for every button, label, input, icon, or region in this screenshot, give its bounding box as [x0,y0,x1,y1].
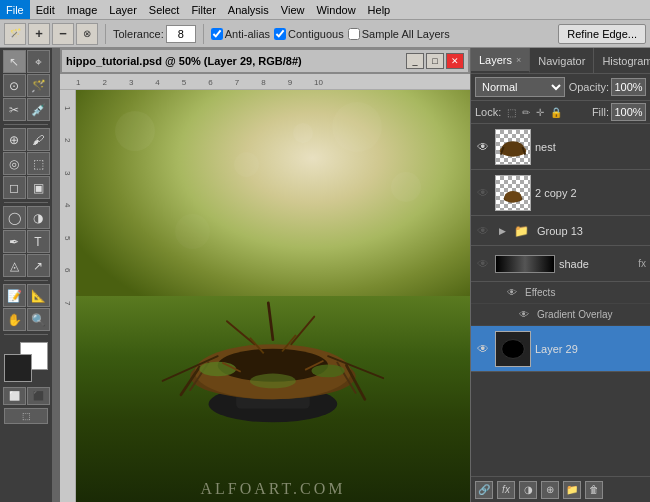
tool-notes[interactable]: 📝 [3,284,26,307]
tool-zoom[interactable]: 🔍 [27,308,50,331]
menu-window[interactable]: Window [310,0,361,19]
tool-move[interactable]: ↖ [3,50,26,73]
menu-layer[interactable]: Layer [103,0,143,19]
tool-crop[interactable]: ✂ [3,98,26,121]
group-arrow-icon[interactable]: ▶ [499,226,506,236]
menu-bar: FileEditImageLayerSelectFilterAnalysisVi… [0,0,650,20]
layer-name-shade: shade [559,258,634,270]
window-minimize[interactable]: _ [406,53,424,69]
watermark: AlfoArt.com [76,480,470,498]
contiguous-checkbox[interactable] [274,28,286,40]
tolerance-label: Tolerance: [113,28,164,40]
anti-alias-label: Anti-alias [225,28,270,40]
layer-fx-icon[interactable]: fx [638,258,646,269]
layer-item-2copy2[interactable]: 👁 2 copy 2 [471,170,650,216]
delete-layer-btn[interactable]: 🗑 [585,481,603,499]
layer-eye-group13[interactable]: 👁 [475,223,491,239]
layer-eye-shade[interactable]: 👁 [475,256,491,272]
layer-sub-gradient[interactable]: 👁 Gradient Overlay [471,304,650,326]
window-title: hippo_tutorial.psd @ 50% (Layer 29, RGB/… [66,55,302,67]
toolbar: 🪄 + − ⊗ Tolerance: Anti-alias Contiguous… [0,20,650,48]
panel-bottom: 🔗 fx ◑ ⊕ 📁 🗑 [471,476,650,502]
layer-eye-29[interactable]: 👁 [475,341,491,357]
window-close[interactable]: ✕ [446,53,464,69]
tool-measure[interactable]: 📐 [27,284,50,307]
tolerance-input[interactable] [166,25,196,43]
toolbar-intersect-btn[interactable]: ⊗ [76,23,98,45]
layer-eye-nest[interactable]: 👁 [475,139,491,155]
menu-edit[interactable]: Edit [30,0,61,19]
new-adjustment-btn[interactable]: ⊕ [541,481,559,499]
layer-item-nest[interactable]: 👁 nest [471,124,650,170]
fill-input[interactable] [611,103,646,121]
tab-navigator[interactable]: Navigator [530,48,594,73]
tool-path-select[interactable]: ↗ [27,254,50,277]
tool-blur[interactable]: ◯ [3,206,26,229]
tool-history[interactable]: ⬚ [27,152,50,175]
tool-shape[interactable]: ◬ [3,254,26,277]
menu-filter[interactable]: Filter [185,0,221,19]
tool-lasso[interactable]: ⊙ [3,74,26,97]
tool-screen-mode[interactable]: ⬛ [27,387,50,405]
toolbox: ↖ ⌖ ⊙ 🪄 ✂ 💉 ⊕ 🖌 ◎ ⬚ ◻ ▣ ◯ ◑ ✒ [0,48,52,502]
link-layers-btn[interactable]: 🔗 [475,481,493,499]
tool-eraser[interactable]: ◻ [3,176,26,199]
tool-hand[interactable]: ✋ [3,308,26,331]
ruler-vertical: 1 2 3 4 5 6 7 [60,90,76,502]
tool-select[interactable]: ⌖ [27,50,50,73]
menu-select[interactable]: Select [143,0,186,19]
sample-all-layers-checkbox[interactable] [348,28,360,40]
toolbar-sub-btn[interactable]: − [52,23,74,45]
lock-all-icon[interactable]: 🔒 [550,107,562,118]
opacity-input[interactable] [611,78,646,96]
add-mask-btn[interactable]: ◑ [519,481,537,499]
menu-file[interactable]: File [0,0,30,19]
refine-edge-button[interactable]: Refine Edge... [558,24,646,44]
sub-eye-effects[interactable]: 👁 [507,287,521,298]
background-color[interactable] [4,354,32,382]
window-maximize[interactable]: □ [426,53,444,69]
sub-eye-gradient[interactable]: 👁 [519,309,533,320]
layer-item-shade[interactable]: 👁 shade fx [471,246,650,282]
tool-change-screen[interactable]: ⬚ [4,408,48,424]
photo: AlfoArt.com [76,90,470,502]
tab-layers-close[interactable]: × [516,55,521,65]
lock-label: Lock: [475,106,501,118]
color-selector[interactable] [4,342,48,382]
add-fx-btn[interactable]: fx [497,481,515,499]
tool-eyedropper[interactable]: 💉 [27,98,50,121]
layer-item-29[interactable]: 👁 Layer 29 [471,326,650,372]
layer-sub-effects[interactable]: 👁 Effects [471,282,650,304]
tool-magic-wand[interactable]: 🪄 [27,74,50,97]
tool-text[interactable]: T [27,230,50,253]
svg-point-23 [502,141,525,156]
lock-transparent-icon[interactable]: ⬚ [507,107,516,118]
blend-mode-select[interactable]: Normal [475,77,565,97]
contiguous-label: Contiguous [288,28,344,40]
tool-brush[interactable]: 🖌 [27,128,50,151]
toolbar-wand-btn[interactable]: 🪄 [4,23,26,45]
new-group-btn[interactable]: 📁 [563,481,581,499]
tool-pen[interactable]: ✒ [3,230,26,253]
window-titlebar: hippo_tutorial.psd @ 50% (Layer 29, RGB/… [60,48,470,74]
tool-heal[interactable]: ⊕ [3,128,26,151]
tool-quick-mask[interactable]: ⬜ [3,387,26,405]
lock-image-icon[interactable]: ✏ [522,107,530,118]
menu-analysis[interactable]: Analysis [222,0,275,19]
svg-line-12 [291,317,314,345]
tool-clone[interactable]: ◎ [3,152,26,175]
toolbar-add-btn[interactable]: + [28,23,50,45]
layer-eye-2copy2[interactable]: 👁 [475,185,491,201]
tool-gradient[interactable]: ▣ [27,176,50,199]
tab-histogram[interactable]: Histogram [594,48,650,73]
fill-row: Fill: [592,103,646,121]
lock-position-icon[interactable]: ✛ [536,107,544,118]
menu-image[interactable]: Image [61,0,104,19]
layer-group-13[interactable]: 👁 ▶ 📁 Group 13 [471,216,650,246]
menu-help[interactable]: Help [362,0,397,19]
anti-alias-checkbox[interactable] [211,28,223,40]
tab-layers[interactable]: Layers × [471,48,530,73]
menu-view[interactable]: View [275,0,311,19]
layer-thumb-shade [495,255,555,273]
tool-dodge[interactable]: ◑ [27,206,50,229]
